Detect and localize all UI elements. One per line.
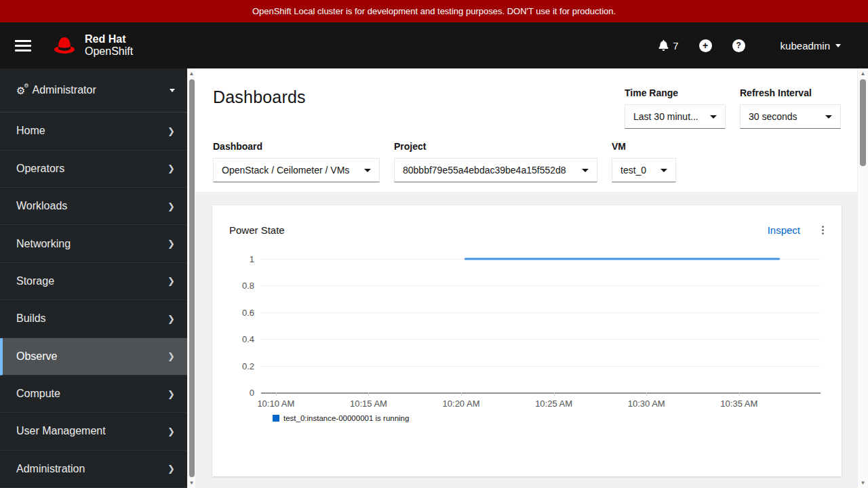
sidebar-item-label: Storage (16, 275, 54, 287)
x-axis-tick-label: 10:25 AM (535, 399, 572, 409)
project-label: Project (394, 141, 597, 152)
chevron-down-icon (582, 169, 589, 172)
sidebar-item-label: Observe (16, 350, 57, 363)
chart-legend: test_0:instance-00000001 is running (273, 414, 821, 422)
gridline (261, 312, 821, 313)
sidebar-item-label: User Management (16, 425, 106, 437)
sidebar-item-label: Builds (16, 312, 46, 325)
refresh-interval-label: Refresh Interval (740, 87, 841, 98)
main-content: Dashboards Time Range Last 30 minut... R… (195, 68, 857, 488)
chevron-down-icon (710, 115, 717, 119)
quick-create-button[interactable]: + (699, 39, 712, 52)
perspective-label: Administrator (32, 84, 96, 96)
sidebar-item-operators[interactable]: Operators❯ (0, 150, 187, 188)
chevron-down-icon (825, 115, 832, 119)
gridline (261, 366, 821, 367)
project-select[interactable]: 80bbbf79e55a4ebdac39be4a15f552d8 (394, 158, 597, 182)
x-axis-tick-label: 10:15 AM (350, 399, 387, 409)
chevron-right-icon: ❯ (167, 239, 175, 249)
sidebar-item-administration[interactable]: Administration❯ (0, 451, 187, 488)
x-axis-tick-mark (739, 392, 740, 396)
redhat-openshift-logo[interactable]: Red Hat OpenShift (50, 33, 133, 58)
scroll-up-arrow-icon[interactable]: ▲ (188, 70, 195, 77)
sidebar-item-observe[interactable]: Observe❯ (0, 338, 187, 375)
sidebar-item-user-management[interactable]: User Management❯ (0, 413, 187, 450)
y-axis-tick-label: 0.8 (215, 281, 254, 291)
page-title: Dashboards (213, 87, 306, 107)
masthead: Red Hat OpenShift 7 + ? kubeadmin (0, 22, 868, 68)
chevron-right-icon: ❯ (167, 163, 175, 174)
cogs-icon: ⚙⚙ (16, 85, 25, 96)
chevron-right-icon: ❯ (167, 426, 175, 436)
vm-select[interactable]: test_0 (612, 158, 676, 182)
chevron-right-icon: ❯ (167, 351, 175, 361)
main-scrollbar[interactable]: ▲ ▼ (857, 68, 868, 488)
chevron-right-icon: ❯ (167, 314, 175, 324)
page-header: Dashboards Time Range Last 30 minut... R… (195, 68, 857, 192)
x-axis-tick-label: 10:10 AM (257, 399, 294, 409)
dashboard-select[interactable]: OpenStack / Ceilometer / VMs (213, 158, 380, 182)
kebab-menu-icon[interactable] (821, 224, 825, 236)
perspective-switcher[interactable]: ⚙⚙ Administrator (0, 68, 187, 113)
logo-line1: Red Hat (85, 33, 133, 45)
scrollbar-thumb[interactable] (189, 79, 195, 477)
cluster-warning-text: OpenShift Local cluster is for developme… (252, 6, 616, 16)
refresh-interval-select[interactable]: 30 seconds (740, 104, 841, 129)
chevron-down-icon (835, 44, 841, 47)
sidebar-item-workloads[interactable]: Workloads❯ (0, 188, 187, 225)
scrollbar-thumb[interactable] (860, 79, 866, 166)
nav-toggle-button[interactable] (15, 40, 33, 52)
chevron-down-icon (170, 89, 175, 92)
x-axis-tick-mark (276, 392, 277, 396)
legend-swatch (273, 415, 279, 422)
chevron-right-icon: ❯ (167, 126, 175, 136)
chevron-right-icon: ❯ (167, 464, 175, 474)
gridline (261, 339, 821, 340)
plot-area: 00.20.40.60.8110:10 AM10:15 AM10:20 AM10… (261, 259, 821, 394)
x-axis-tick-label: 10:30 AM (628, 399, 665, 409)
x-axis-tick-mark (461, 392, 462, 396)
legend-label: test_0:instance-00000001 is running (283, 414, 409, 422)
gridline (261, 285, 821, 286)
scroll-down-arrow-icon[interactable]: ▼ (188, 480, 195, 486)
sidebar-item-builds[interactable]: Builds❯ (0, 300, 187, 338)
dashboard-label: Dashboard (213, 141, 380, 152)
refresh-interval-value: 30 seconds (749, 111, 797, 122)
sidebar-item-label: Workloads (16, 200, 67, 212)
sidebar-item-home[interactable]: Home❯ (0, 113, 187, 150)
scroll-down-arrow-icon[interactable]: ▼ (858, 480, 868, 486)
x-axis-tick-mark (368, 392, 369, 396)
bell-icon (658, 40, 669, 51)
time-range-label: Time Range (625, 87, 726, 98)
vm-value: test_0 (620, 165, 646, 176)
sidebar-item-networking[interactable]: Networking❯ (0, 225, 187, 262)
time-range-select[interactable]: Last 30 minut... (625, 104, 726, 129)
inspect-link[interactable]: Inspect (768, 224, 800, 236)
sidebar-item-label: Networking (16, 238, 71, 250)
chevron-down-icon (660, 169, 667, 172)
sidebar-scrollbar[interactable]: ▲ ▼ (187, 68, 195, 488)
project-value: 80bbbf79e55a4ebdac39be4a15f552d8 (403, 165, 566, 176)
sidebar-item-label: Compute (16, 388, 60, 400)
power-state-card: Power State Inspect 00.20.40.60.8110:10 … (212, 205, 842, 476)
vm-label: VM (612, 141, 676, 152)
y-axis-tick-label: 1 (215, 254, 254, 264)
y-axis-tick-label: 0.6 (215, 307, 254, 317)
series-line (465, 258, 779, 260)
sidebar-item-label: Operators (16, 163, 64, 175)
redhat-hat-icon (50, 35, 79, 56)
notifications-button[interactable]: 7 (658, 40, 678, 52)
help-button[interactable]: ? (732, 39, 745, 52)
notification-count-badge: 7 (673, 40, 678, 52)
y-axis-tick-label: 0.2 (215, 361, 254, 371)
user-menu[interactable]: kubeadmin (781, 40, 841, 52)
chevron-right-icon: ❯ (167, 276, 175, 286)
x-axis-tick-label: 10:20 AM (443, 399, 480, 409)
sidebar-item-label: Home (16, 125, 45, 137)
sidebar-item-compute[interactable]: Compute❯ (0, 375, 187, 413)
sidebar-item-storage[interactable]: Storage❯ (0, 263, 187, 300)
scroll-up-arrow-icon[interactable]: ▲ (858, 70, 868, 77)
logo-line2: OpenShift (85, 45, 133, 58)
sidebar-item-label: Administration (16, 463, 85, 475)
power-state-chart: 00.20.40.60.8110:10 AM10:15 AM10:20 AM10… (261, 259, 821, 422)
